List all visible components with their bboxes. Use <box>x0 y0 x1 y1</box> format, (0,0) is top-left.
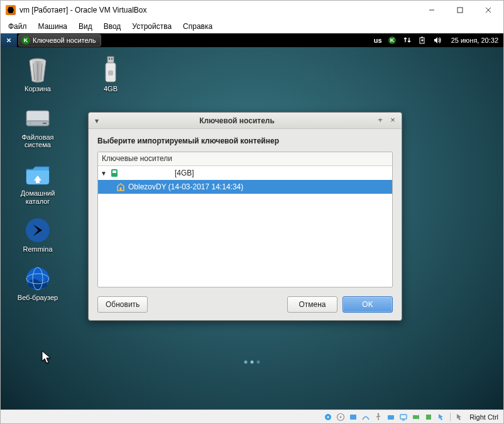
svg-rect-39 <box>400 415 407 419</box>
tree-node-container[interactable]: OblezovDY (14-03-2017 14:14:34) <box>98 180 392 194</box>
svg-rect-42 <box>426 415 431 420</box>
harddisk-icon <box>24 104 52 132</box>
svg-rect-19 <box>43 123 47 124</box>
svg-text:K: K <box>390 37 394 43</box>
menu-file[interactable]: Файл <box>3 21 32 32</box>
vbox-menubar: Файл Машина Вид Ввод Устройства Справка <box>1 20 503 33</box>
xfce-top-panel: Ключевой носитель us K 25 июня, 20:32 <box>1 33 503 47</box>
guest-desktop[interactable]: Ключевой носитель us K 25 июня, 20:32 <box>1 33 503 410</box>
virtualbox-app-icon <box>6 5 16 15</box>
status-mouse-integration-icon[interactable] <box>436 412 446 422</box>
svg-point-20 <box>26 218 50 242</box>
desktop-icon-filesystem-label: Файловая система <box>9 133 66 149</box>
trash-icon <box>24 56 52 84</box>
status-audio-icon[interactable] <box>348 412 358 422</box>
status-network-icon[interactable] <box>361 412 371 422</box>
vbox-titlebar[interactable]: vm [Работает] - Oracle VM VirtualBox <box>1 1 503 20</box>
status-harddisk-icon[interactable] <box>323 412 333 422</box>
crypto-app-icon <box>21 36 30 45</box>
key-media-dialog: ▾ Ключевой носитель + × Выберите импорти… <box>88 112 402 321</box>
desktop-icon-home[interactable]: Домашний каталог <box>9 160 66 205</box>
container-node-icon <box>116 182 126 192</box>
remmina-icon <box>24 216 52 244</box>
refresh-button[interactable]: Обновить <box>97 296 148 313</box>
menu-devices[interactable]: Устройства <box>127 21 177 32</box>
status-shared-folder-icon[interactable] <box>386 412 396 422</box>
menu-help[interactable]: Справка <box>178 21 217 32</box>
status-optical-icon[interactable] <box>336 412 346 422</box>
taskbar-active-window[interactable]: Ключевой носитель <box>18 34 101 47</box>
desktop-icon-trash[interactable]: Корзина <box>9 56 66 93</box>
dialog-maximize-button[interactable]: + <box>375 116 385 126</box>
tree-node-container-label: OblezovDY (14-03-2017 14:14:34) <box>128 182 243 191</box>
svg-rect-25 <box>109 58 110 60</box>
battery-icon[interactable] <box>417 35 427 45</box>
tree-node-device-label: [4GB] <box>175 169 194 177</box>
svg-rect-41 <box>413 415 417 419</box>
svg-rect-1 <box>457 8 463 13</box>
svg-rect-38 <box>388 415 394 420</box>
desktop-icon-remmina[interactable]: Remmina <box>9 216 66 254</box>
svg-point-35 <box>340 416 342 418</box>
desktop-icon-filesystem[interactable]: Файловая система <box>9 104 66 149</box>
globe-browser-icon <box>24 265 52 293</box>
vbox-status-bar: Right Ctrl <box>1 410 503 423</box>
network-icon[interactable] <box>402 35 412 45</box>
svg-rect-31 <box>120 187 122 191</box>
desktop-icon-home-label: Домашний каталог <box>9 189 66 205</box>
folder-home-icon <box>24 160 52 188</box>
vbox-window-title: vm [Работает] - Oracle VM VirtualBox <box>19 6 417 14</box>
desktop-icons-area: Корзина Файловая система Домашний катало… <box>9 56 72 301</box>
close-button[interactable] <box>474 1 502 19</box>
menu-machine[interactable]: Машина <box>33 21 72 32</box>
status-hostkey-icon[interactable] <box>454 412 464 422</box>
tree-column-header[interactable]: Ключевые носители <box>98 152 392 166</box>
menu-view[interactable]: Вид <box>74 21 97 32</box>
keyboard-layout-indicator[interactable]: us <box>374 36 382 44</box>
expand-toggle-icon[interactable]: ▼ <box>101 170 107 177</box>
crypto-tray-icon[interactable]: K <box>387 35 397 45</box>
clock[interactable]: 25 июня, 20:32 <box>446 36 503 44</box>
dialog-close-button[interactable]: × <box>388 116 398 126</box>
desktop-icon-browser[interactable]: Веб-браузер <box>9 265 66 302</box>
dialog-titlebar[interactable]: ▾ Ключевой носитель + × <box>89 113 402 129</box>
svg-point-33 <box>327 416 329 418</box>
drive-node-icon <box>109 168 119 178</box>
status-usb-icon[interactable] <box>373 412 383 422</box>
cancel-button[interactable]: Отмена <box>287 296 337 313</box>
svg-rect-30 <box>112 170 116 173</box>
status-display-icon[interactable] <box>398 412 408 422</box>
key-media-tree[interactable]: Ключевые носители ▼ [4GB] <box>97 152 393 287</box>
ok-button[interactable]: OK <box>342 296 393 313</box>
loading-spinner <box>244 360 260 364</box>
taskbar-window-title: Ключевой носитель <box>33 36 96 44</box>
dialog-instruction: Выберите импортируемый ключевой контейне… <box>97 137 393 145</box>
svg-rect-24 <box>107 57 114 63</box>
svg-rect-11 <box>421 37 423 38</box>
desktop-icon-usb-label: 4GB <box>104 85 118 92</box>
svg-rect-36 <box>350 415 356 420</box>
svg-rect-28 <box>108 70 113 75</box>
applications-menu-button[interactable] <box>1 33 17 47</box>
minimize-button[interactable] <box>417 1 446 19</box>
status-cpu-icon[interactable] <box>424 412 434 422</box>
tree-node-device[interactable]: ▼ [4GB] <box>98 166 392 180</box>
volume-icon[interactable] <box>432 35 442 45</box>
svg-point-37 <box>378 413 379 414</box>
status-recording-icon[interactable] <box>411 412 421 422</box>
virtualbox-window: vm [Работает] - Oracle VM VirtualBox Фай… <box>0 0 504 424</box>
desktop-icon-browser-label: Веб-браузер <box>18 294 58 302</box>
usb-drive-icon <box>97 56 124 84</box>
system-tray: us K <box>370 35 446 45</box>
menu-input[interactable]: Ввод <box>99 21 126 32</box>
desktop-icon-remmina-label: Remmina <box>23 245 52 254</box>
desktop-icon-usb[interactable]: 4GB <box>82 56 139 92</box>
svg-rect-26 <box>111 58 112 60</box>
svg-point-7 <box>8 39 10 42</box>
dialog-title: Ключевой носитель <box>101 116 373 125</box>
mouse-cursor-icon <box>41 350 53 365</box>
status-hostkey-label: Right Ctrl <box>467 413 501 421</box>
svg-point-18 <box>30 122 31 123</box>
dialog-window-menu-button[interactable]: ▾ <box>92 116 101 125</box>
maximize-button[interactable] <box>446 1 474 19</box>
